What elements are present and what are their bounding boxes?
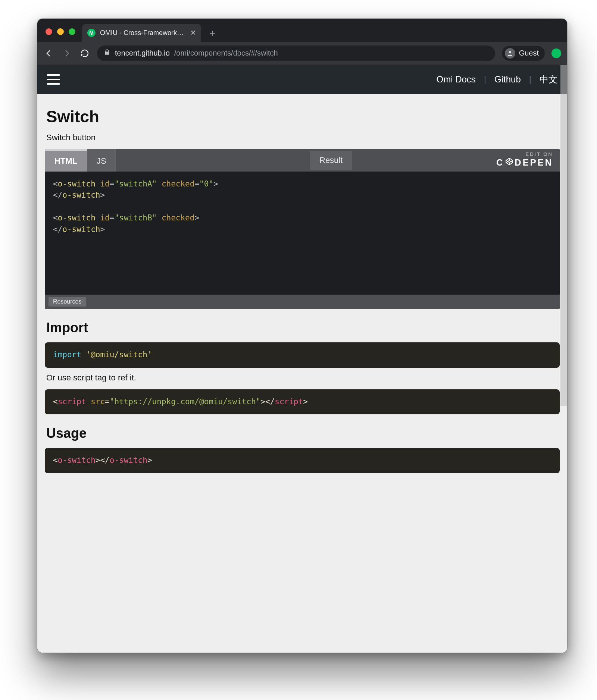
window-close-button[interactable] [46, 28, 52, 35]
browser-tab[interactable]: M OMIU - Cross-Frameworks UI F ✕ [82, 24, 201, 42]
address-bar[interactable]: tencent.github.io/omi/components/docs/#/… [97, 45, 495, 61]
forward-button[interactable] [61, 48, 72, 59]
profile-label: Guest [519, 49, 539, 57]
tab-js[interactable]: JS [87, 149, 116, 172]
codepen-code[interactable]: <o-switch id="switchA" checked="0"> </o-… [45, 172, 560, 295]
resources-button[interactable]: Resources [49, 297, 86, 307]
usage-heading: Usage [45, 414, 560, 448]
codepen-edit-on-label: EDIT ON [496, 151, 553, 157]
page-title: Switch [45, 104, 560, 133]
codepen-embed: HTML JS Result EDIT ON CDEPEN [45, 149, 560, 309]
codepen-logo: CDEPEN [496, 157, 553, 168]
reload-button[interactable] [79, 48, 90, 59]
page-content: Switch Switch button HTML JS Result EDIT… [37, 94, 567, 653]
link-omi-docs[interactable]: Omi Docs [436, 74, 475, 85]
avatar-icon [505, 48, 515, 59]
tab-favicon: M [87, 29, 96, 37]
codepen-edit-link[interactable]: EDIT ON CDEPEN [496, 149, 560, 172]
import-note: Or use script tag to ref it. [45, 368, 560, 389]
url-host: tencent.github.io [115, 49, 170, 57]
tab-close-icon[interactable]: ✕ [190, 29, 196, 37]
page-viewport: Omi Docs | Github | 中文 Switch Switch but… [37, 65, 567, 653]
code-usage[interactable]: <o-switch></o-switch> [45, 448, 560, 473]
code-import[interactable]: import '@omiu/switch' [45, 342, 560, 368]
browser-toolbar: tencent.github.io/omi/components/docs/#/… [37, 42, 567, 65]
codepen-header: HTML JS Result EDIT ON CDEPEN [45, 149, 560, 172]
codepen-cube-icon [505, 157, 514, 168]
menu-icon[interactable] [47, 74, 60, 85]
browser-window: M OMIU - Cross-Frameworks UI F ✕ ＋ tence… [37, 19, 567, 653]
codepen-footer: Resources [45, 295, 560, 309]
extension-icon[interactable] [551, 48, 561, 58]
svg-point-0 [509, 51, 511, 53]
tab-result[interactable]: Result [310, 151, 352, 170]
link-chinese[interactable]: 中文 [540, 73, 557, 85]
link-github[interactable]: Github [494, 74, 521, 85]
tab-html[interactable]: HTML [45, 149, 87, 172]
new-tab-button[interactable]: ＋ [205, 25, 220, 40]
separator: | [529, 74, 531, 85]
lock-icon [104, 49, 110, 57]
window-zoom-button[interactable] [69, 28, 75, 35]
header-links: Omi Docs | Github | 中文 [436, 73, 557, 85]
import-heading: Import [45, 309, 560, 342]
back-button[interactable] [43, 48, 54, 59]
scrollbar-thumb[interactable] [560, 65, 567, 406]
url-path: /omi/components/docs/#/switch [174, 49, 278, 57]
page-subtitle: Switch button [45, 133, 560, 149]
window-minimize-button[interactable] [57, 28, 64, 35]
separator: | [484, 74, 486, 85]
window-controls [42, 28, 78, 42]
tab-title: OMIU - Cross-Frameworks UI F [100, 29, 186, 37]
code-script-tag[interactable]: <script src="https://unpkg.com/@omiu/swi… [45, 389, 560, 415]
browser-tabbar: M OMIU - Cross-Frameworks UI F ✕ ＋ [37, 19, 567, 42]
profile-chip[interactable]: Guest [502, 46, 545, 61]
site-header: Omi Docs | Github | 中文 [37, 65, 567, 94]
